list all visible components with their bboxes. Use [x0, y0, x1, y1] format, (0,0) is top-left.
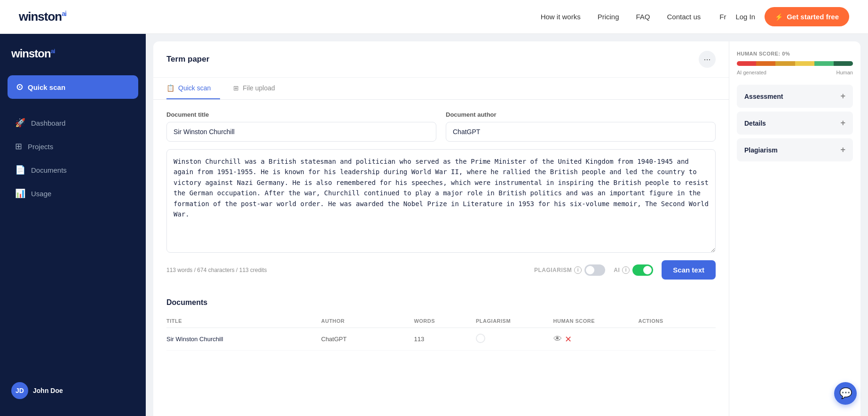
document-text-area[interactable]: Winston Churchill was a British statesma…	[166, 149, 716, 253]
document-title-group: Document title	[166, 111, 436, 142]
panel-title: Term paper	[166, 55, 209, 64]
documents-section: Documents TITLE AUTHOR WORDS PLAGIARISM …	[153, 298, 729, 362]
accordion-plagiarism-label: Plagiarism	[744, 146, 778, 154]
content-area: Term paper ··· 📋 Quick scan ⊞ File uploa…	[146, 34, 868, 416]
ai-slider	[632, 264, 653, 276]
ai-toggle[interactable]	[632, 264, 653, 276]
user-avatar: JD	[11, 382, 28, 399]
documents-section-title: Documents	[166, 298, 716, 307]
document-author-group: Document author	[446, 111, 716, 142]
score-bar-labels: AI generated Human	[737, 70, 853, 75]
sidebar-item-documents[interactable]: 📄 Documents	[8, 159, 138, 181]
language-button[interactable]: Fr	[719, 13, 726, 21]
table-header: TITLE AUTHOR WORDS PLAGIARISM HUMAN SCOR…	[166, 314, 716, 328]
sidebar-footer: JD John Doe	[8, 376, 138, 405]
tab-file-upload[interactable]: ⊞ File upload	[233, 78, 284, 99]
accordion-plagiarism-plus: +	[840, 145, 845, 155]
form-area: Document title Document author Winston C…	[153, 100, 729, 295]
file-upload-tab-icon: ⊞	[233, 84, 239, 92]
th-author: AUTHOR	[321, 318, 414, 324]
document-title-label: Document title	[166, 111, 436, 118]
accordion-assessment-plus: +	[840, 91, 845, 101]
quick-scan-tab-label: Quick scan	[178, 84, 211, 92]
top-nav: winstonai How it works Pricing FAQ Conta…	[0, 0, 868, 34]
usage-icon: 📊	[15, 188, 25, 199]
accordion-plagiarism-header[interactable]: Plagiarism +	[737, 138, 853, 161]
nav-faq[interactable]: FAQ	[636, 13, 650, 21]
td-author: ChatGPT	[321, 336, 414, 343]
document-author-input[interactable]	[446, 122, 716, 142]
login-button[interactable]: Log In	[735, 13, 755, 21]
table-row: Sir Winston Churchill ChatGPT 113 👁 ✕	[166, 328, 716, 351]
th-plagiarism: PLAGIARISM	[476, 318, 553, 324]
score-bar	[737, 61, 853, 66]
quick-scan-icon: ⊙	[16, 82, 23, 92]
accordion-details: Details +	[737, 112, 853, 135]
score-seg-2	[756, 61, 775, 66]
accordion-details-label: Details	[744, 120, 766, 127]
main-panel: Term paper ··· 📋 Quick scan ⊞ File uploa…	[153, 41, 729, 416]
score-seg-3	[775, 61, 795, 66]
sidebar-item-usage[interactable]: 📊 Usage	[8, 183, 138, 204]
sidebar-item-label: Documents	[31, 166, 67, 174]
sidebar-nav: 🚀 Dashboard ⊞ Projects 📄 Documents 📊 Usa…	[8, 112, 138, 204]
plagiarism-toggle-wrap: PLAGIARISM i	[534, 264, 605, 276]
th-human-score: HUMAN SCORE	[553, 318, 639, 324]
documents-icon: 📄	[15, 165, 25, 175]
view-icon[interactable]: 👁	[553, 334, 562, 344]
document-author-label: Document author	[446, 111, 716, 118]
ai-info-icon[interactable]: i	[622, 266, 630, 274]
nav-pricing[interactable]: Pricing	[598, 13, 619, 21]
right-panel: HUMAN SCORE: 0% AI generated Human Asses…	[729, 41, 860, 416]
form-row-titles: Document title Document author	[166, 111, 716, 142]
projects-icon: ⊞	[15, 141, 22, 152]
nav-how-it-works[interactable]: How it works	[541, 13, 581, 21]
sidebar-item-label: Dashboard	[31, 119, 65, 127]
plagiarism-info-icon[interactable]: i	[574, 266, 582, 274]
dashboard-icon: 🚀	[15, 118, 25, 128]
delete-icon[interactable]: ✕	[565, 334, 572, 344]
accordion-details-header[interactable]: Details +	[737, 112, 853, 135]
tab-quick-scan[interactable]: 📋 Quick scan	[166, 78, 220, 99]
th-actions: ACTIONS	[638, 318, 716, 324]
scan-text-button[interactable]: Scan text	[662, 260, 716, 280]
bar-label-left: AI generated	[737, 70, 766, 75]
accordion-assessment-header[interactable]: Assessment +	[737, 85, 853, 108]
user-name: John Doe	[33, 387, 63, 394]
top-nav-right: Fr Log In Get started free	[719, 7, 849, 26]
th-title: TITLE	[166, 318, 321, 324]
logo-badge: ai	[62, 10, 66, 17]
get-started-button[interactable]: Get started free	[765, 7, 849, 26]
score-seg-1	[737, 61, 756, 66]
bar-label-right: Human	[836, 70, 853, 75]
logo-text: winston	[19, 9, 62, 24]
top-nav-links: How it works Pricing FAQ Contact us	[541, 13, 701, 21]
sidebar-item-label: Usage	[31, 190, 51, 198]
plagiarism-indicator	[476, 334, 485, 343]
panel-header: Term paper ···	[153, 41, 729, 78]
tabs-bar: 📋 Quick scan ⊞ File upload	[153, 78, 729, 100]
td-words: 113	[414, 336, 476, 343]
main-layout: winstonai ⊙ Quick scan 🚀 Dashboard ⊞ Pro…	[0, 34, 868, 416]
more-options-button[interactable]: ···	[699, 51, 716, 68]
sidebar-item-projects[interactable]: ⊞ Projects	[8, 136, 138, 157]
document-title-input[interactable]	[166, 122, 436, 142]
nav-contact[interactable]: Contact us	[667, 13, 701, 21]
ai-toggle-wrap: AI i	[614, 264, 653, 276]
ai-label: AI i	[614, 266, 630, 274]
td-title: Sir Winston Churchill	[166, 336, 321, 343]
quick-scan-button[interactable]: ⊙ Quick scan	[8, 75, 138, 99]
td-human-score: 👁 ✕	[553, 334, 639, 344]
accordion-assessment: Assessment +	[737, 85, 853, 108]
score-seg-4	[795, 61, 814, 66]
sidebar-logo: winstonai	[8, 45, 138, 62]
sidebar-item-dashboard[interactable]: 🚀 Dashboard	[8, 112, 138, 134]
quick-scan-tab-icon: 📋	[166, 84, 174, 92]
sidebar-logo-badge: ai	[51, 48, 55, 55]
chat-bubble-button[interactable]: 💬	[834, 382, 857, 405]
plagiarism-toggle[interactable]	[584, 264, 605, 276]
scan-controls: PLAGIARISM i AI i	[534, 260, 716, 280]
word-count-label: 113 words / 674 characters / 113 credits	[166, 267, 267, 273]
file-upload-tab-label: File upload	[243, 84, 275, 92]
plagiarism-label: PLAGIARISM i	[534, 266, 582, 274]
